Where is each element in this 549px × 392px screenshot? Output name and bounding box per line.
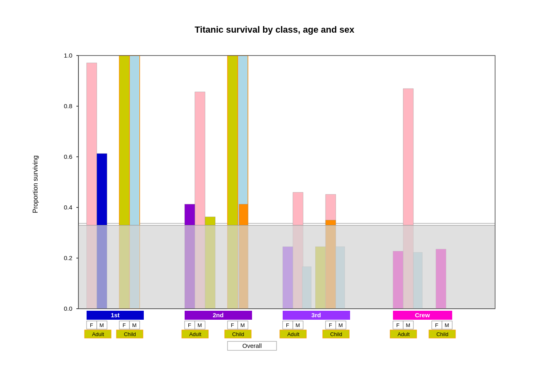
svg-text:Adult: Adult bbox=[287, 331, 299, 337]
svg-text:Child: Child bbox=[330, 331, 342, 337]
svg-text:M: M bbox=[296, 322, 300, 328]
svg-text:1st: 1st bbox=[111, 312, 120, 318]
plot-region: 0.0 0.2 0.4 0.6 0.8 1.0 bbox=[42, 43, 520, 362]
svg-text:Crew: Crew bbox=[415, 312, 430, 318]
svg-text:F: F bbox=[329, 322, 332, 328]
svg-text:M: M bbox=[406, 322, 411, 328]
svg-text:Adult: Adult bbox=[397, 331, 410, 337]
svg-text:F: F bbox=[231, 322, 234, 328]
y-axis-label: Proportion surviving bbox=[29, 51, 42, 317]
chart-svg: 0.0 0.2 0.4 0.6 0.8 1.0 bbox=[50, 43, 511, 362]
chart-area: Proportion surviving bbox=[29, 43, 520, 362]
svg-text:F: F bbox=[90, 322, 93, 328]
svg-text:Child: Child bbox=[232, 331, 244, 337]
svg-text:0.0: 0.0 bbox=[64, 305, 72, 312]
svg-text:M: M bbox=[100, 322, 104, 328]
svg-text:F: F bbox=[123, 322, 126, 328]
svg-text:0.2: 0.2 bbox=[64, 254, 72, 261]
svg-text:0.8: 0.8 bbox=[64, 102, 72, 109]
svg-text:F: F bbox=[396, 322, 399, 328]
svg-text:Child: Child bbox=[436, 331, 449, 337]
svg-text:1.0: 1.0 bbox=[64, 52, 72, 59]
svg-text:M: M bbox=[445, 322, 449, 328]
svg-text:3rd: 3rd bbox=[311, 312, 321, 318]
chart-container: Titanic survival by class, age and sex P… bbox=[29, 20, 520, 372]
svg-text:M: M bbox=[339, 322, 343, 328]
svg-text:M: M bbox=[241, 322, 245, 328]
svg-text:Overall: Overall bbox=[242, 342, 262, 349]
svg-rect-97 bbox=[78, 225, 495, 309]
svg-text:M: M bbox=[132, 322, 137, 328]
svg-text:Child: Child bbox=[124, 331, 136, 337]
svg-text:F: F bbox=[286, 322, 289, 328]
svg-text:Adult: Adult bbox=[92, 331, 104, 337]
svg-text:2nd: 2nd bbox=[213, 312, 224, 318]
svg-text:F: F bbox=[435, 322, 438, 328]
svg-text:0.4: 0.4 bbox=[64, 204, 72, 211]
svg-text:0.6: 0.6 bbox=[64, 153, 72, 160]
svg-text:M: M bbox=[198, 322, 202, 328]
svg-text:F: F bbox=[188, 322, 191, 328]
svg-text:Adult: Adult bbox=[189, 331, 201, 337]
chart-title: Titanic survival by class, age and sex bbox=[29, 20, 520, 43]
